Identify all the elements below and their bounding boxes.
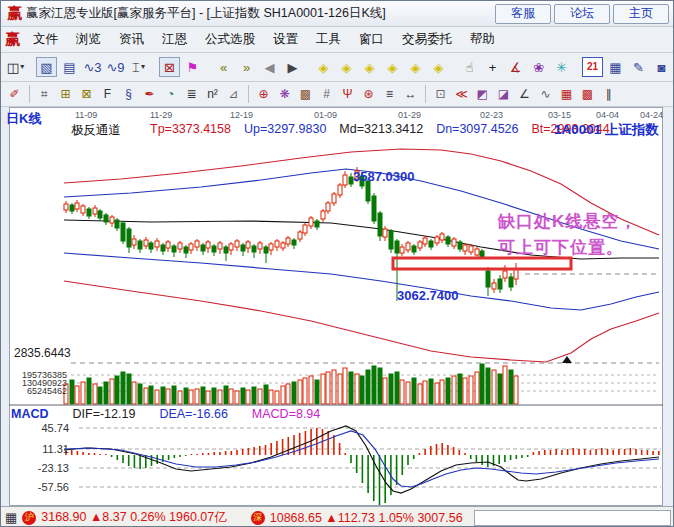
status-bar: ▦ 沪 3168.90 ▲8.37 0.26% 1960.07亿 深 10868…: [1, 506, 674, 527]
menu-item-8[interactable]: 交易委托: [393, 28, 461, 51]
line-grid-icon[interactable]: ≣: [182, 85, 201, 103]
next-icon[interactable]: ▶: [282, 57, 303, 77]
macd-dif-value: DIF=-12.19: [73, 407, 136, 421]
gann-diamond-left-icon[interactable]: ◈: [313, 57, 334, 77]
indicator-tp: Tp=3373.4158: [150, 122, 231, 139]
home-button[interactable]: 主页: [613, 4, 669, 24]
gann-grid-icon[interactable]: ⌗: [35, 85, 54, 103]
knot-icon[interactable]: ✳: [551, 57, 572, 77]
menu-item-6[interactable]: 工具: [307, 28, 350, 51]
forum-button[interactable]: 论坛: [554, 4, 610, 24]
price-label: 3587.0300: [353, 169, 414, 184]
formula-pick-icon[interactable]: ⊠: [159, 57, 180, 77]
gann-diamond-right-icon[interactable]: ◈: [336, 57, 357, 77]
gann-diamond-cross-icon[interactable]: ◈: [428, 57, 449, 77]
menu-item-0[interactable]: 文件: [24, 28, 67, 51]
annotation-line-1: 缺口处K线悬空，: [498, 209, 637, 235]
fan-rays-icon[interactable]: ≪: [452, 85, 471, 103]
chart-panel[interactable]: 日K线 11-0911-2912-1901-0901-2902-2303-150…: [1, 107, 674, 506]
chart-background: [9, 107, 663, 506]
menu-item-1[interactable]: 浏览: [67, 28, 110, 51]
fib-grid-icon[interactable]: F: [98, 85, 117, 103]
notes-icon[interactable]: ✎: [628, 57, 649, 77]
date-label: 11-29: [150, 110, 172, 120]
angle-measure-icon[interactable]: ∡: [505, 57, 526, 77]
hand-icon[interactable]: ☝: [459, 57, 480, 77]
indicator-row: 极反通道 Tp=3373.4158 Up=3297.9830 Md=3213.3…: [71, 122, 610, 139]
crosshair-icon[interactable]: +: [482, 57, 503, 77]
red-grid-icon[interactable]: ▦: [557, 85, 576, 103]
menu-item-5[interactable]: 设置: [264, 28, 307, 51]
minute-3-icon[interactable]: ∿3: [82, 57, 103, 77]
kline-style-icon[interactable]: ◫▾: [5, 57, 26, 77]
brush-icon[interactable]: ✐: [5, 85, 24, 103]
market-overview-icon[interactable]: ▧: [36, 57, 57, 77]
dropdown-caret-icon: ▾: [141, 63, 145, 71]
spiral-icon[interactable]: §: [119, 85, 138, 103]
parallel-lines-icon[interactable]: ∥: [599, 85, 618, 103]
corner-rays-icon[interactable]: ◪: [494, 85, 513, 103]
gann-diamond-x-icon[interactable]: ◈: [382, 57, 403, 77]
prev-icon[interactable]: ◀: [259, 57, 280, 77]
first-page-icon[interactable]: «: [213, 57, 234, 77]
trend-flag-icon[interactable]: ⚑: [182, 57, 203, 77]
target-icon[interactable]: ⊕: [254, 85, 273, 103]
shanghai-quote[interactable]: 3168.90 ▲8.37 0.26% 1960.07亿: [41, 509, 226, 526]
starburst-icon[interactable]: ❋: [275, 85, 294, 103]
gann-diamond-hmove-icon[interactable]: ◈: [359, 57, 380, 77]
win-grid-icon[interactable]: ⊛: [359, 85, 378, 103]
menu-item-4[interactable]: 公式选股: [196, 28, 264, 51]
last-page-icon[interactable]: »: [236, 57, 257, 77]
candle-icon[interactable]: ⌶▾: [128, 57, 149, 77]
angle-lines-icon[interactable]: ∠: [515, 85, 534, 103]
chip-icon[interactable]: ❀: [528, 57, 549, 77]
window-title: 赢家江恩专业版[赢家服务平台] - [上证指数 SH1A0001-126日K线]: [26, 5, 492, 22]
width-measure-icon[interactable]: ↔: [401, 85, 420, 103]
macd-dea-value: DEA=-16.66: [159, 407, 227, 421]
gold-grid2-icon[interactable]: ⊠: [77, 85, 96, 103]
wave-icon[interactable]: ∿: [536, 85, 555, 103]
calendar-icon[interactable]: 21: [582, 57, 603, 77]
menu-logo-icon: 赢: [5, 30, 20, 49]
macd-macd-value: MACD=8.94: [252, 407, 320, 421]
macd-scale-label: -23.13: [5, 462, 69, 474]
level-label: 2835.6443: [14, 346, 71, 360]
cycle-clock-icon[interactable]: ◔: [161, 85, 180, 103]
annotation-text: 缺口处K线悬空， 可上可下位置。: [498, 209, 637, 261]
annotation-line-2: 可上可下位置。: [498, 235, 637, 261]
save-icon[interactable]: ◙: [651, 57, 672, 77]
pen-icon[interactable]: ✒: [140, 85, 159, 103]
menu-bar: 赢 文件浏览资讯江恩公式选股设置工具窗口交易委托帮助: [1, 27, 673, 53]
minute-9-icon[interactable]: ∿9: [105, 57, 126, 77]
macd-scale-label: 11.31: [5, 443, 69, 455]
calculator-icon[interactable]: ▦: [605, 57, 626, 77]
menu-items: 文件浏览资讯江恩公式选股设置工具窗口交易委托帮助: [24, 28, 504, 51]
indicator-name: 极反通道: [71, 122, 121, 139]
quote-panel-icon[interactable]: ▦: [5, 510, 17, 525]
square-n-icon[interactable]: n²: [203, 85, 222, 103]
ruler-icon[interactable]: ≡: [380, 85, 399, 103]
corner-fan-icon[interactable]: ◩: [473, 85, 492, 103]
red-grid2-icon[interactable]: ▩: [578, 85, 597, 103]
report-icon[interactable]: ▤: [59, 57, 80, 77]
shenzhen-badge-icon: 深: [251, 511, 265, 525]
menu-item-3[interactable]: 江恩: [153, 28, 196, 51]
box-measure-icon[interactable]: ⊡: [431, 85, 450, 103]
menu-item-2[interactable]: 资讯: [110, 28, 153, 51]
menu-item-9[interactable]: 帮助: [461, 28, 504, 51]
status-input[interactable]: [474, 510, 671, 526]
shen-grid-icon[interactable]: Ψ: [338, 85, 357, 103]
volume-scale-label: 65245462: [5, 386, 67, 396]
shanghai-badge-icon: 沪: [22, 511, 36, 525]
menu-item-7[interactable]: 窗口: [350, 28, 393, 51]
gann-diamond-star-icon[interactable]: ◈: [405, 57, 426, 77]
gold-grid-icon[interactable]: ⊞: [56, 85, 75, 103]
shenzhen-quote[interactable]: 10868.65 ▲112.73 1.05% 3007.56: [270, 511, 463, 525]
date-label: 12-19: [230, 110, 253, 120]
angle-mirror-icon[interactable]: ⊿: [224, 85, 243, 103]
web-grid-icon[interactable]: ▩: [296, 85, 315, 103]
kline-mark-icon[interactable]: #: [317, 85, 336, 103]
date-label: 01-09: [314, 110, 337, 120]
customer-service-button[interactable]: 客服: [495, 4, 551, 24]
toolbar-divider: [248, 85, 249, 103]
